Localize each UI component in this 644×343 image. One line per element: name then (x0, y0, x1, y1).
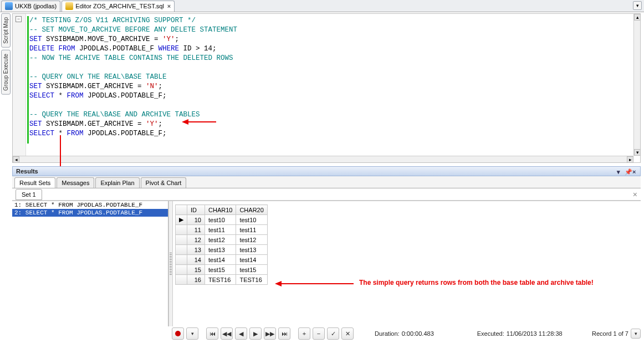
nav-last-button[interactable]: ⏭ (278, 327, 290, 340)
table-row[interactable]: 13test13test13 (176, 245, 268, 255)
table-row[interactable]: 16TEST16TEST16 (176, 275, 268, 285)
code-token: SYSIBMADM.GET_ARCHIVE = (42, 120, 146, 128)
chevron-up-icon: ▴ (636, 15, 639, 20)
delete-row-button[interactable]: − (313, 327, 325, 340)
cell[interactable]: 13 (187, 245, 205, 255)
scroll-down-button[interactable]: ▾ (634, 149, 641, 156)
tab-connection[interactable]: UKXB (jpodlas) (1, 1, 60, 12)
commit-button[interactable]: ✓ (327, 327, 339, 340)
cell[interactable]: test15 (236, 265, 267, 275)
cell[interactable]: 16 (187, 275, 205, 285)
cell[interactable]: 12 (187, 235, 205, 245)
code-token: 14 (204, 45, 212, 53)
tab-explain-plan[interactable]: Explain Plan (95, 177, 139, 188)
code-token: 'Y' (162, 35, 175, 43)
editor-hscrollbar[interactable]: ◂ ▸ (13, 156, 633, 162)
editor-tabs-bar: UKXB (jpodlas) Editor ZOS_ARCHIVE_TEST.s… (0, 0, 644, 12)
scroll-left-button[interactable]: ◂ (13, 156, 19, 163)
col-char20[interactable]: CHAR20 (236, 205, 267, 215)
side-tab-script-map[interactable]: Script Map (1, 13, 11, 48)
toolbar-dropdown[interactable]: ▾ (186, 327, 198, 340)
scroll-up-button[interactable]: ▴ (634, 14, 641, 21)
cell[interactable]: TEST16 (205, 275, 236, 285)
nav-prev-button[interactable]: ◀ (235, 327, 247, 340)
cell[interactable]: 11 (187, 225, 205, 235)
col-char10[interactable]: CHAR10 (205, 205, 236, 215)
cell[interactable]: test13 (205, 245, 236, 255)
record-counter: Record 1 of 7 (592, 330, 628, 337)
cell[interactable]: test11 (236, 225, 267, 235)
editor-gutter: − (13, 14, 26, 156)
chevron-down-icon: ▾ (635, 331, 637, 336)
cell[interactable]: test10 (205, 215, 236, 225)
panel-minimize-button[interactable]: ▾ (617, 168, 622, 174)
cell[interactable]: 14 (187, 255, 205, 265)
tab-result-sets[interactable]: Result Sets (14, 177, 55, 188)
nav-prev-page-button[interactable]: ◀◀ (221, 327, 233, 340)
panel-pin-button[interactable]: 📌 (625, 168, 630, 174)
duration-label: Duration: (375, 330, 400, 337)
side-tab-group-execute[interactable]: Group Execute (1, 50, 11, 95)
cell[interactable]: TEST16 (236, 275, 267, 285)
code-token: ; (159, 83, 163, 90)
tab-editor[interactable]: Editor ZOS_ARCHIVE_TEST.sql × (62, 1, 175, 12)
code-token: FROM (67, 130, 84, 137)
annotation-text: The simple query returns rows from both … (359, 279, 594, 286)
sql-editor[interactable]: − /* TESTING Z/OS V11 ARCHIVING SUPPORT … (12, 13, 641, 163)
code-token: ; (159, 120, 163, 128)
splitter[interactable] (168, 201, 173, 326)
record-button[interactable] (172, 327, 184, 340)
chevron-down-icon: ▾ (191, 331, 194, 336)
table-row[interactable]: 15test15test15 (176, 265, 268, 275)
set-close-button[interactable]: × (633, 190, 637, 199)
table-row[interactable]: 14test14test14 (176, 255, 268, 265)
editor-vscrollbar[interactable]: ▴ ▾ (633, 14, 640, 156)
code-token: 'N' (146, 83, 159, 90)
code-area[interactable]: /* TESTING Z/OS V11 ARCHIVING SUPPORT */… (29, 16, 633, 156)
cell[interactable]: test12 (205, 235, 236, 245)
query-row-2[interactable]: 2: SELECT * FROM JPODLAS.PODTABLE_F (12, 209, 168, 217)
chevron-down-icon: ▾ (636, 150, 639, 155)
table-row[interactable]: ▶10test10test10 (176, 215, 268, 225)
cell[interactable]: test14 (205, 255, 236, 265)
code-line: -- SET MOVE_TO_ARCHIVE BEFORE ANY DELETE… (29, 26, 237, 34)
set-tab-1[interactable]: Set 1 (16, 189, 42, 200)
cell[interactable]: 15 (187, 265, 205, 275)
tab-pivot-chart[interactable]: Pivot & Chart (141, 177, 187, 188)
cancel-button[interactable]: ✕ (341, 327, 354, 340)
results-body: 1: SELECT * FROM JPODLAS.PODTABLE_F 2: S… (12, 201, 641, 326)
tab-connection-label: UKXB (jpodlas) (15, 3, 57, 9)
query-list[interactable]: 1: SELECT * FROM JPODLAS.PODTABLE_F 2: S… (12, 201, 168, 326)
add-row-button[interactable]: + (298, 327, 310, 340)
table-row[interactable]: 12test12test12 (176, 235, 268, 245)
nav-next-page-button[interactable]: ▶▶ (264, 327, 276, 340)
cell[interactable]: 10 (187, 215, 205, 225)
result-grid[interactable]: ID CHAR10 CHAR20 ▶10test10test10 11test1… (175, 204, 268, 285)
record-counter-dropdown[interactable]: ▾ (631, 329, 641, 339)
cell[interactable]: test11 (205, 225, 236, 235)
cell[interactable]: test13 (236, 245, 267, 255)
code-token: DELETE (29, 45, 59, 53)
code-token: ; (175, 35, 180, 43)
code-token: SET (29, 83, 42, 90)
cell[interactable]: test15 (205, 265, 236, 275)
tab-close-button[interactable]: × (167, 3, 171, 9)
result-set-tabs: Set 1 × (12, 188, 641, 201)
query-row-1[interactable]: 1: SELECT * FROM JPODLAS.PODTABLE_F (12, 201, 168, 209)
cell[interactable]: test14 (236, 255, 267, 265)
code-token: * (54, 130, 67, 137)
tabs-overflow-button[interactable]: ▾ (633, 1, 642, 10)
scroll-right-button[interactable]: ▸ (627, 156, 633, 163)
code-line: -- QUERY THE REAL\BASE AND ARCHIVE TABLE… (29, 111, 200, 119)
nav-first-button[interactable]: ⏮ (206, 327, 218, 340)
results-panel-title: Results (16, 168, 38, 175)
cell[interactable]: test12 (236, 235, 267, 245)
panel-close-button[interactable]: × (632, 168, 638, 174)
tab-messages[interactable]: Messages (57, 177, 94, 188)
col-id[interactable]: ID (187, 205, 205, 215)
table-row[interactable]: 11test11test11 (176, 225, 268, 235)
fold-toggle[interactable]: − (16, 16, 22, 22)
nav-next-button[interactable]: ▶ (249, 327, 262, 340)
grid-toolbar: ▾ ⏮ ◀◀ ◀ ▶ ▶▶ ⏭ + − ✓ ✕ Duration: 0:00:0… (172, 326, 641, 341)
cell[interactable]: test10 (236, 215, 267, 225)
